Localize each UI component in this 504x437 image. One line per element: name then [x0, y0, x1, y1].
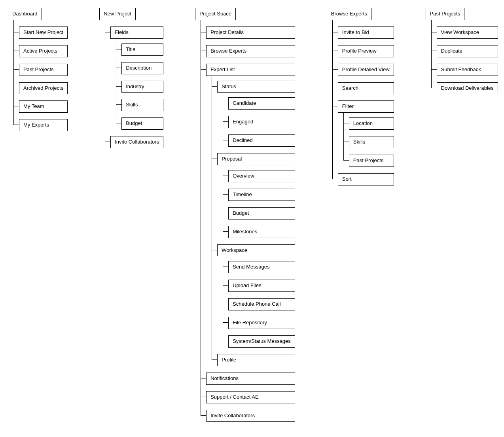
node-proposal-budget: Budget: [228, 207, 295, 219]
tree-new-project: Fields Title Description Industry Skills…: [99, 23, 163, 151]
column-new-project: New Project Fields Title Description Ind…: [99, 8, 163, 151]
node-ws-send-messages: Send Messages: [228, 261, 295, 273]
node-ws-upload-files: Upload Files: [228, 280, 295, 292]
node-new-project: New Project: [99, 8, 136, 20]
column-dashboard: Dashboard Start New Project Active Proje…: [8, 8, 68, 134]
node-ws-system-status: System/Status Messages: [228, 335, 295, 348]
node-proposal: Proposal: [217, 153, 295, 165]
node-filter-past-projects: Past Projects: [349, 155, 394, 167]
node-invite-collaborators-ps: Invite Collaborators: [206, 410, 295, 422]
node-view-workspace: View Workspace: [437, 26, 498, 39]
node-expert-list: Expert List: [206, 64, 295, 76]
node-dashboard: Dashboard: [8, 8, 42, 20]
node-workspace: Workspace: [217, 244, 295, 257]
column-browse-experts: Browse Experts Invite to Bid Profile Pre…: [327, 8, 394, 189]
node-support-contact-ae: Support / Contact AE: [206, 391, 295, 403]
node-fields: Fields: [110, 26, 163, 39]
node-invite-to-bid: Invite to Bid: [338, 26, 394, 39]
node-search: Search: [338, 82, 394, 95]
node-proposal-milestones: Milestones: [228, 226, 295, 238]
node-sort: Sort: [338, 173, 394, 185]
sitemap-diagram: Dashboard Start New Project Active Proje…: [0, 0, 504, 437]
node-notifications: Notifications: [206, 373, 295, 385]
node-ws-schedule-call: Schedule Phone Call: [228, 298, 295, 310]
node-submit-feedback: Submit Feedback: [437, 64, 498, 76]
node-invite-collaborators: Invite Collaborators: [110, 136, 163, 148]
node-status: Status: [217, 81, 295, 93]
node-my-team: My Team: [19, 100, 68, 113]
node-archived-projects: Archived Projects: [19, 82, 68, 95]
node-browse-experts: Browse Experts: [327, 8, 371, 20]
node-field-title: Title: [121, 44, 163, 56]
node-my-experts: My Experts: [19, 119, 68, 131]
tree-dashboard: Start New Project Active Projects Past P…: [8, 23, 68, 134]
node-status-engaged: Engaged: [228, 116, 295, 128]
node-proposal-timeline: Timeline: [228, 189, 295, 201]
node-past-projects-root: Past Projects: [426, 8, 465, 20]
node-status-declined: Declined: [228, 134, 295, 147]
tree-past-projects: View Workspace Duplicate Submit Feedback…: [426, 23, 498, 98]
node-profile-detailed: Profile Detailed View: [338, 64, 394, 76]
node-status-candidate: Candidate: [228, 97, 295, 110]
node-field-industry: Industry: [121, 81, 163, 93]
node-profile-preview: Profile Preview: [338, 45, 394, 57]
node-project-details: Project Details: [206, 26, 295, 39]
node-field-budget: Budget: [121, 117, 163, 130]
node-active-projects: Active Projects: [19, 45, 68, 57]
node-start-new-project: Start New Project: [19, 26, 68, 39]
node-field-description: Description: [121, 62, 163, 74]
column-project-space: Project Space Project Details Browse Exp…: [195, 8, 295, 425]
column-past-projects: Past Projects View Workspace Duplicate S…: [426, 8, 498, 97]
node-duplicate: Duplicate: [437, 45, 498, 57]
node-ws-file-repo: File Repository: [228, 317, 295, 329]
node-field-skills: Skills: [121, 99, 163, 111]
tree-browse-experts: Invite to Bid Profile Preview Profile De…: [327, 23, 394, 189]
node-past-projects: Past Projects: [19, 64, 68, 76]
tree-project-space: Project Details Browse Experts Expert Li…: [195, 23, 295, 425]
node-project-space: Project Space: [195, 8, 236, 20]
node-proposal-overview: Overview: [228, 170, 295, 182]
node-browse-experts-ps: Browse Experts: [206, 45, 295, 57]
node-filter: Filter: [338, 100, 394, 113]
node-filter-skills: Skills: [349, 136, 394, 148]
node-profile: Profile: [217, 354, 295, 366]
node-filter-location: Location: [349, 117, 394, 130]
node-download-deliverables: Download Deliverables: [437, 82, 498, 95]
